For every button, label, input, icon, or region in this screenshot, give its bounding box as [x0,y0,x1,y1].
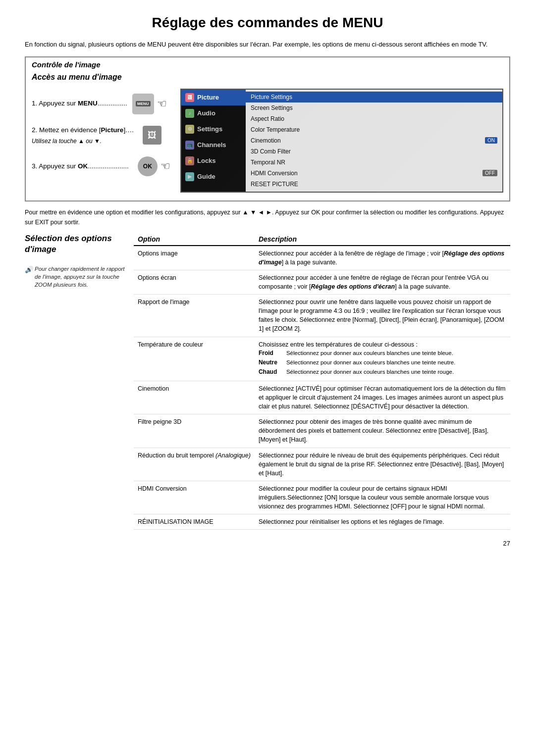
settings-menu-icon: ⚙ [185,125,194,134]
tv-menu-label-picture: Picture [197,94,219,101]
controle-title: Contrôle de l'image [32,60,503,69]
table-row: RÉINITIALISATION IMAGE Sélectionnez pour… [134,514,510,530]
sub-row-chaud: Chaud Sélectionnez pour donner aux coule… [259,368,506,376]
tv-menu-item-audio: ♪ Audio [181,105,246,121]
option-name: Options image [134,246,255,270]
option-desc: Sélectionnez pour réduire le niveau de b… [255,448,510,481]
option-desc: Sélectionnez pour accéder à une fenêtre … [255,270,510,294]
sub-row-froid: Froid Sélectionnez pour donner aux coule… [259,349,506,357]
option-desc: Sélectionnez pour obtenir des images de … [255,414,510,448]
tv-right-screen-settings: Screen Settings [246,102,502,113]
tv-menu-col: 🖼 Picture ♪ Audio ⚙ Settings 📺 Channels [180,89,503,193]
option-name: Réduction du bruit temporel (Analogique) [134,448,255,481]
step-3: 3. Appuyez sur OK...................... … [32,156,170,176]
option-name: HDMI Conversion [134,481,255,514]
steps-menu-row: 1. Appuyez sur MENU................ MENU… [32,89,503,193]
selection-left: Sélection des options d'image 🔊 Pour cha… [25,233,134,530]
tv-right-picture-settings: Picture Settings [246,92,502,102]
options-table-container: Option Description Options image Sélecti… [134,233,510,530]
page-title: Réglage des commandes de MENU [25,15,510,31]
tv-menu-item-channels: 📺 Channels [181,137,246,153]
tv-menu: 🖼 Picture ♪ Audio ⚙ Settings 📺 Channels [180,89,503,193]
option-name: Filtre peigne 3D [134,414,255,448]
steps-col: 1. Appuyez sur MENU................ MENU… [32,89,170,187]
selection-note: 🔊 Pour changer rapidement le rapport de … [25,265,128,289]
option-desc: Sélectionnez pour accéder à la fenêtre d… [255,246,510,270]
step-1-text: 1. Appuyez sur MENU................ [32,99,127,108]
tv-menu-label-audio: Audio [197,109,215,117]
options-table: Option Description Options image Sélecti… [134,233,510,530]
audio-menu-icon: ♪ [185,109,194,118]
step-3-text: 3. Appuyez sur OK...................... [32,161,129,171]
menu-button-icon: MENU [132,94,154,114]
option-name: Température de couleur [134,337,255,381]
option-name: Options écran [134,270,255,294]
tv-menu-label-guide: Guide [197,173,215,180]
sub-row-neutre: Neutre Sélectionnez pour donner aux coul… [259,358,506,367]
option-desc: Sélectionnez pour ouvrir une fenêtre dan… [255,295,510,337]
speaker-icon: 🔊 [25,265,33,274]
table-row: Température de couleur Choisissez entre … [134,337,510,381]
option-desc: Sélectionnez pour modifier la couleur po… [255,481,510,514]
tv-menu-label-channels: Channels [197,141,226,149]
step-1: 1. Appuyez sur MENU................ MENU… [32,94,170,114]
channels-menu-icon: 📺 [185,141,194,150]
tv-menu-item-picture: 🖼 Picture [181,90,246,105]
option-desc: Sélectionnez pour réinitialiser les opti… [255,514,510,530]
hdmi-badge: OFF [482,170,497,176]
tv-right-menu: Picture Settings Screen Settings Aspect … [246,90,502,192]
guide-menu-icon: ▶ [185,172,194,181]
intro-text: En fonction du signal, plusieurs options… [25,40,510,50]
option-name: Rapport de l'image [134,295,255,337]
controle-box: Contrôle de l'image Accès au menu d'imag… [25,56,510,202]
selection-note-text: Pour changer rapidement le rapport de l'… [35,265,128,289]
tv-menu-item-guide: ▶ Guide [181,169,246,185]
table-row: Options image Sélectionnez pour accéder … [134,246,510,270]
col-description: Description [255,233,510,246]
tv-right-color-temp: Color Temperature [246,124,502,135]
picture-icon: 🖼 [143,126,161,145]
tv-right-temporal-nr: Temporal NR [246,157,502,168]
step-2-text: 2. Mettez en évidence [Picture].… Utilis… [32,125,134,146]
hand-icon-1: ☜ [157,98,167,110]
option-desc: Sélectionnez [ACTIVÉ] pour optimiser l'é… [255,381,510,414]
acces-title: Accès au menu d'image [32,73,503,82]
selection-title: Sélection des options d'image [25,233,128,255]
table-row: Cinemotion Sélectionnez [ACTIVÉ] pour op… [134,381,510,414]
tv-right-3d-comb: 3D Comb Filter [246,146,502,157]
nav-hint: Pour mettre en évidence une option et mo… [25,207,510,227]
option-name: RÉINITIALISATION IMAGE [134,514,255,530]
tv-menu-label-settings: Settings [197,125,222,133]
page-number: 27 [25,540,510,547]
tv-right-aspect-ratio: Aspect Ratio [246,113,502,124]
cinemotion-badge: ON [485,137,497,144]
locks-menu-icon: 🔒 [185,156,194,165]
tv-right-cinemotion: Cinemotion ON [246,135,502,146]
hand-icon-3: ☜ [160,160,170,173]
ok-button-icon: OK [138,156,158,176]
col-option: Option [134,233,255,246]
picture-menu-icon: 🖼 [185,93,194,102]
table-row: Filtre peigne 3D Sélectionnez pour obten… [134,414,510,448]
table-row: Options écran Sélectionnez pour accéder … [134,270,510,294]
table-row: HDMI Conversion Sélectionnez pour modifi… [134,481,510,514]
tv-menu-item-settings: ⚙ Settings [181,121,246,137]
table-row: Réduction du bruit temporel (Analogique)… [134,448,510,481]
table-row: Rapport de l'image Sélectionnez pour ouv… [134,295,510,337]
option-name: Cinemotion [134,381,255,414]
option-desc: Choisissez entre les températures de cou… [255,337,510,381]
tv-menu-item-locks: 🔒 Locks [181,153,246,169]
step-2: 2. Mettez en évidence [Picture].… Utilis… [32,125,170,146]
tv-right-reset: RESET PICTURE [246,179,502,190]
tv-right-hdmi: HDMI Conversion OFF [246,168,502,179]
tv-menu-label-locks: Locks [197,157,216,164]
tv-left-menu: 🖼 Picture ♪ Audio ⚙ Settings 📺 Channels [181,90,246,192]
selection-section: Sélection des options d'image 🔊 Pour cha… [25,233,510,530]
